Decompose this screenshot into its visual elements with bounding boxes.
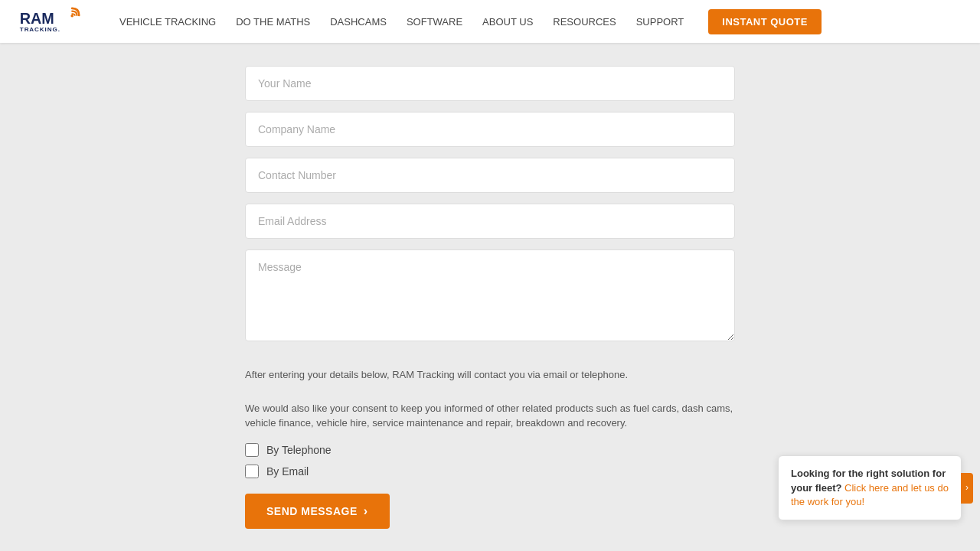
navbar: RAM TRACKING. VEHICLE TRACKING DO THE MA… [0, 0, 980, 43]
your-name-input[interactable] [245, 66, 735, 101]
nav-about-us[interactable]: ABOUT US [475, 11, 541, 32]
by-telephone-label[interactable]: By Telephone [266, 444, 332, 456]
chat-widget-text: Looking for the right solution for your … [791, 467, 949, 509]
contact-form: After entering your details below, RAM T… [245, 66, 735, 529]
chat-arrow-button[interactable]: › [961, 473, 973, 504]
by-email-checkbox[interactable] [245, 465, 259, 478]
logo[interactable]: RAM TRACKING. [18, 5, 87, 37]
company-name-input[interactable] [245, 112, 735, 147]
svg-text:TRACKING.: TRACKING. [20, 27, 60, 34]
nav-links: VEHICLE TRACKING DO THE MATHS DASHCAMS S… [112, 9, 962, 34]
consent-text-2: We would also like your consent to keep … [245, 401, 735, 431]
nav-dashcams[interactable]: DASHCAMS [322, 11, 394, 32]
contact-number-input[interactable] [245, 158, 735, 193]
email-address-input[interactable] [245, 204, 735, 239]
svg-point-1 [70, 15, 74, 18]
ram-logo: RAM TRACKING. [18, 5, 87, 37]
by-telephone-row: By Telephone [245, 443, 735, 457]
svg-text:RAM: RAM [20, 10, 54, 27]
send-message-button[interactable]: SEND MESSAGE › [245, 494, 390, 529]
instant-quote-button[interactable]: INSTANT QUOTE [708, 9, 822, 34]
by-email-row: By Email [245, 465, 735, 478]
message-input[interactable] [245, 249, 735, 341]
chevron-right-icon: › [364, 504, 368, 518]
chat-widget: Looking for the right solution for your … [778, 455, 962, 520]
by-telephone-checkbox[interactable] [245, 443, 259, 457]
nav-vehicle-tracking[interactable]: VEHICLE TRACKING [112, 11, 224, 32]
nav-do-the-maths[interactable]: DO THE MATHS [228, 11, 318, 32]
consent-text-1: After entering your details below, RAM T… [245, 367, 735, 383]
by-email-label[interactable]: By Email [266, 465, 309, 478]
send-button-label: SEND MESSAGE [266, 505, 358, 517]
nav-software[interactable]: SOFTWARE [399, 11, 470, 32]
nav-resources[interactable]: RESOURCES [545, 11, 623, 32]
nav-support[interactable]: SUPPORT [629, 11, 692, 32]
consent-section: After entering your details below, RAM T… [245, 367, 735, 478]
